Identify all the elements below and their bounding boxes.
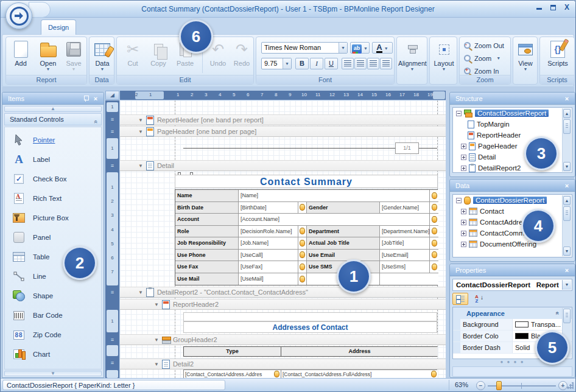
collapse-triangle-icon[interactable]: ▼ [154,302,159,307]
table-row[interactable]: Role [DecisionRole.Name] Department [Dep… [175,226,437,238]
close-icon[interactable] [564,267,570,274]
toolbox-item-panel[interactable]: Panel [5,228,101,247]
zoom-out-button[interactable]: − [476,381,485,390]
underline-button[interactable]: U [325,58,338,69]
field-value-cell[interactable]: [UseMail] [239,273,298,285]
field-value-cell[interactable]: [BirthDate] [239,202,298,214]
scroll-down-icon[interactable]: ▼ [563,247,571,256]
align-right-button[interactable] [367,58,379,69]
band-grip[interactable]: ≡ [105,360,119,367]
alphabetical-sort-button[interactable]: AZ [471,293,486,305]
tree-node-root[interactable]: ContactDossierReport [453,108,572,119]
field-value-cell[interactable]: [Contact_ContactAddress.FullAddress] [281,370,438,378]
align-left-button[interactable] [342,58,354,69]
field-value-cell[interactable]: [UseEmail] [380,250,430,262]
field-value-cell[interactable]: [Contact_ContactAddress.Addres [184,370,281,378]
collapse-expander-icon[interactable] [456,111,462,116]
font-name-combo[interactable]: Times New Roman ▼ [261,42,348,54]
field-value-cell[interactable]: [Account.Name] [239,214,430,226]
band-group-header2[interactable]: ▼ GroupHeader2 [120,334,446,345]
table-row[interactable]: Use Phone [UseCall] Use Email [UseEmail] [175,250,437,262]
expand-expander-icon[interactable] [461,220,466,225]
expand-expander-icon[interactable] [461,209,466,214]
scrollbar-thumb[interactable] [563,119,571,134]
data-button[interactable]: Data ▼ [91,39,113,75]
band-report-header2[interactable]: ▼ ReportHeader2 [120,299,446,310]
collapse-triangle-icon[interactable]: ▼ [138,290,143,295]
table-row[interactable]: Use Fax [UseFax] Use SMS [UseSms] [175,261,437,273]
table-row[interactable]: Job Responsibility [Job.Name] Actual Job… [175,237,437,250]
scroll-up-icon[interactable]: ▲ [563,109,571,118]
band-detail[interactable]: ▼ Detail [120,160,446,171]
scroll-up-icon[interactable]: ▲ [563,196,571,205]
address-header-row[interactable]: Type Address [183,346,437,357]
contact-summary-table[interactable]: Name [Name] Birth Date [BirthDate] Gende… [175,189,438,285]
field-label-cell[interactable]: Use Phone [175,250,239,262]
application-menu-button[interactable] [5,2,32,29]
add-button[interactable]: Add [9,39,33,75]
field-label-cell[interactable]: Use Fax [175,261,239,273]
toolbox-item-chart[interactable]: Chart [5,345,101,364]
italic-button[interactable]: I [310,58,323,69]
collapse-triangle-icon[interactable]: ▼ [138,129,143,135]
zoom-out-button[interactable]: - Zoom Out [464,40,504,51]
maximize-button[interactable] [550,5,556,10]
toolbox-item-barcode[interactable]: Bar Code [5,306,101,325]
field-label-cell[interactable]: Department [307,226,380,238]
layout-button[interactable]: Layout ▼ [431,39,457,75]
scripts-button[interactable]: {} Scripts [544,39,572,75]
chevron-down-icon[interactable]: ▼ [283,58,291,69]
field-label-cell[interactable]: Birth Date [175,202,239,214]
table-row[interactable]: Account [Account.Name] [175,214,437,226]
expand-expander-icon[interactable] [461,166,466,171]
categorized-view-button[interactable] [452,293,468,305]
tree-node-documentoffering[interactable]: DocumentOffering [453,239,572,250]
zoom-slider-thumb[interactable] [496,381,502,390]
field-label-cell[interactable]: Actual Job Title [307,237,380,250]
band-detail-report2[interactable]: ▼ DetailReport2 - "Contact.Contact_Conta… [120,287,446,298]
align-center-button[interactable] [354,58,367,69]
redo-button[interactable]: ↷ Redo [231,39,252,75]
zoom-button[interactable]: Zoom▼ [464,53,500,63]
collapse-triangle-icon[interactable]: ▼ [154,337,159,343]
column-header-cell[interactable]: Type [184,347,281,356]
field-value-cell[interactable]: [Job.Name] [239,237,298,250]
field-label-cell[interactable]: Account [175,214,239,226]
table-row[interactable]: Use Mail [UseMail] [175,273,437,285]
data-scrollbar[interactable]: ▲ ▼ [562,195,571,256]
tree-node-topmargin[interactable]: TopMargin [453,119,572,130]
scroll-down-icon[interactable]: ▼ [563,162,571,171]
toolbox-scroll-down[interactable]: ▼ [4,371,102,376]
toolbox-scroll-up[interactable]: ▲ [4,106,102,112]
addresses-title-label[interactable]: Addresses of Contact [183,321,437,333]
field-value-cell[interactable]: [Department.Name] [380,226,430,238]
toolbox-item-label[interactable]: A Label [5,150,101,169]
collapse-chevron-icon[interactable]: « [555,312,561,315]
collapse-expander-icon[interactable] [456,198,462,203]
expand-expander-icon[interactable] [461,242,466,247]
close-icon[interactable] [93,95,99,102]
object-selector-combo[interactable]: ContactDossierReport Report ▼ [452,279,572,291]
bold-button[interactable]: B [295,58,309,69]
property-row-background[interactable]: Background Transpa... [453,319,572,331]
band-grip[interactable]: ≡ [105,337,119,344]
report-title-label[interactable]: Contact Summary [175,175,438,188]
toolbox-item-zipcode[interactable]: Zip Code [5,325,101,345]
field-value-cell[interactable]: [JobTitle] [380,237,430,250]
tab-design[interactable]: Design [41,19,76,35]
field-label-cell[interactable]: Use Email [307,250,380,262]
collapse-chevron-icon[interactable]: « [90,120,101,124]
structure-scrollbar[interactable]: ▲ ▼ [562,108,571,172]
band-grip[interactable]: ≡ [105,163,119,170]
field-value-cell[interactable]: [Name] [239,190,430,202]
field-value-cell[interactable]: [UseSms] [380,261,430,273]
band-grip[interactable]: ≡ [105,289,119,296]
empty-cell[interactable] [380,273,438,285]
tree-node-data-root[interactable]: ContactDossierReport [453,195,572,206]
toolbox-item-pointer[interactable]: Pointer [5,130,101,150]
field-value-cell[interactable]: [UseCall] [239,250,298,262]
highlight-color-button[interactable]: ab ▼ [350,42,370,54]
band-detail2[interactable]: ▼ Detail2 [120,359,446,369]
toolbox-item-checkbox[interactable]: Check Box [5,169,101,189]
scrollbar-thumb[interactable] [563,309,571,323]
